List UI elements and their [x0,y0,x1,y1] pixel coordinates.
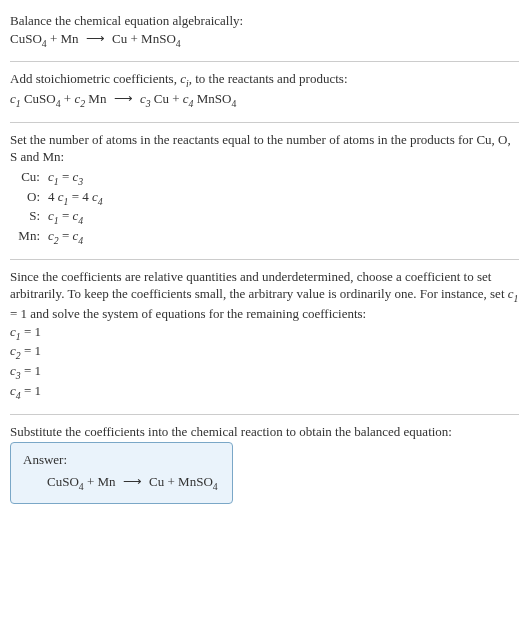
plain-equation: CuSO4 + Mn ⟶ Cu + MnSO4 [10,30,519,50]
rhs-k: 4 [82,189,92,204]
c1: c1 [10,91,21,106]
substitute-text: Substitute the coefficients into the che… [10,423,519,441]
product-2: MnSO4 [141,31,181,46]
rhs-s: 3 [78,175,83,186]
sc-v: = 1 [21,383,41,398]
eq-sign: = [68,189,82,204]
arrow-icon-2: ⟶ [110,91,137,106]
add-coeff-text-a: Add stoichiometric coefficients, [10,71,180,86]
c4-formula-sub: 4 [231,98,236,109]
reactant-1-sub: 4 [42,37,47,48]
atom-eqn: c1 = c4 [44,207,107,227]
reactant-1: CuSO4 [10,31,47,46]
sc-v: = 1 [21,343,41,358]
c1-formula-sub: 4 [56,98,61,109]
since-section: Since the coefficients are relative quan… [10,264,519,410]
answer-box: Answer: CuSO4 + Mn ⟶ Cu + MnSO4 [10,442,233,503]
since-text-a: Since the coefficients are relative quan… [10,269,508,302]
product-2-formula: MnSO [141,31,176,46]
intro-text: Balance the chemical equation algebraica… [10,12,519,30]
answer-equation: CuSO4 + Mn ⟶ Cu + MnSO4 [23,473,218,493]
atom-row-o: O: 4 c1 = 4 c4 [10,188,107,208]
ans-plus-1: + [87,474,98,489]
coeff-equation: c1 CuSO4 + c2 Mn ⟶ c3 Cu + c4 MnSO4 [10,90,519,110]
c2-formula: Mn [88,91,106,106]
c1-s: 1 [16,98,21,109]
divider [10,414,519,415]
eq-sign: = [59,208,73,223]
sc-v: = 1 [21,363,41,378]
c3: c3 [140,91,151,106]
since-ci-s: 1 [514,293,519,304]
ans-r1-s: 4 [79,480,84,491]
answer-r1: CuSO4 [47,474,84,489]
since-ci: c1 [508,286,519,301]
reactant-1-formula: CuSO [10,31,42,46]
atom-label: Mn: [10,227,44,247]
add-coeff-section: Add stoichiometric coefficients, ci, to … [10,66,519,118]
ans-p2-s: 4 [213,480,218,491]
rhs-s: 4 [98,195,103,206]
ans-r1-f: CuSO [47,474,79,489]
atoms-table: Cu: c1 = c3 O: 4 c1 = 4 c4 S: c1 = c4 Mn… [10,168,107,247]
divider [10,122,519,123]
atom-label: S: [10,207,44,227]
atom-label: O: [10,188,44,208]
since-text: Since the coefficients are relative quan… [10,268,519,323]
plus-4: + [172,91,183,106]
add-coeff-text-b: , to the reactants and products: [189,71,348,86]
c1-species: CuSO4 [24,91,61,106]
arrow-icon: ⟶ [82,31,109,46]
atoms-intro: Set the number of atoms in the reactants… [10,131,519,166]
product-1: Cu [112,31,127,46]
c4: c4 [183,91,194,106]
c2-species: Mn [88,91,106,106]
atom-row-cu: Cu: c1 = c3 [10,168,107,188]
c3-formula: Cu [154,91,169,106]
atom-eqn: 4 c1 = 4 c4 [44,188,107,208]
plus-2: + [131,31,142,46]
product-2-sub: 4 [176,37,181,48]
ans-p2-f: MnSO [178,474,213,489]
c2-s: 2 [80,98,85,109]
lhs-k: 4 [48,189,58,204]
since-text-b: = 1 and solve the system of equations fo… [10,306,366,321]
eq-sign: = [59,169,73,184]
solved-c3: c3 = 1 [10,362,519,382]
answer-label: Answer: [23,451,218,469]
rhs-s: 4 [78,235,83,246]
solved-c1: c1 = 1 [10,323,519,343]
c4-species: MnSO4 [197,91,237,106]
atom-eqn: c1 = c3 [44,168,107,188]
atom-row-s: S: c1 = c4 [10,207,107,227]
ans-arrow-icon: ⟶ [119,474,146,489]
solved-coeffs: c1 = 1 c2 = 1 c3 = 1 c4 = 1 [10,323,519,402]
atom-label: Cu: [10,168,44,188]
solved-c2: c2 = 1 [10,342,519,362]
plus-1: + [50,31,61,46]
c2: c2 [74,91,85,106]
divider [10,259,519,260]
c3-s: 3 [146,98,151,109]
reactant-2: Mn [61,31,79,46]
intro-section: Balance the chemical equation algebraica… [10,8,519,57]
rhs-s: 4 [78,215,83,226]
divider [10,61,519,62]
sc-v: = 1 [21,324,41,339]
ans-plus-2: + [168,474,179,489]
atoms-section: Set the number of atoms in the reactants… [10,127,519,255]
c3-species: Cu [154,91,169,106]
answer-p1: Cu [149,474,164,489]
c4-s: 4 [189,98,194,109]
atom-row-mn: Mn: c2 = c4 [10,227,107,247]
eq-sign: = [59,228,73,243]
substitute-section: Substitute the coefficients into the che… [10,419,519,512]
answer-p2: MnSO4 [178,474,218,489]
ci-symbol: ci [180,71,189,86]
solved-c4: c4 = 1 [10,382,519,402]
add-coeff-text: Add stoichiometric coefficients, ci, to … [10,70,519,90]
plus-3: + [64,91,75,106]
atom-eqn: c2 = c4 [44,227,107,247]
answer-r2: Mn [98,474,116,489]
c1-formula: CuSO [24,91,56,106]
